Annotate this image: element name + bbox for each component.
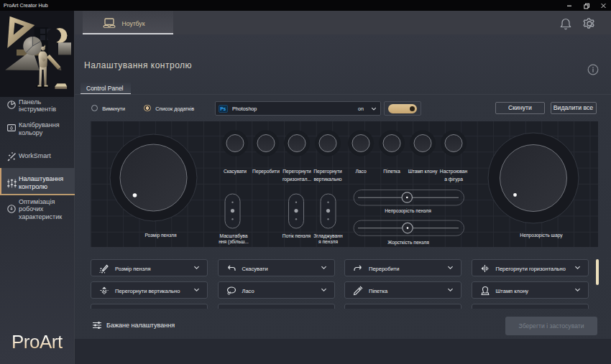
svg-text:а фігура: а фігура: [444, 177, 463, 182]
svg-text:Потік пензля: Потік пензля: [282, 233, 311, 238]
svg-text:Масштабува: Масштабува: [219, 233, 247, 239]
svg-text:Жорсткість пензля: Жорсткість пензля: [387, 240, 429, 246]
svg-text:Піпетка: Піпетка: [383, 169, 400, 174]
svg-text:Настроюван: Настроюван: [440, 169, 468, 174]
svg-text:Перегорнути: Перегорнути: [282, 169, 311, 174]
svg-text:горизонтал...: горизонтал...: [282, 177, 311, 182]
svg-text:Штамп клону: Штамп клону: [408, 169, 438, 174]
svg-text:Переробити: Переробити: [252, 169, 280, 174]
svg-text:Непрозорість шару: Непрозорість шару: [520, 233, 563, 238]
svg-text:Розмір пензля: Розмір пензля: [144, 233, 176, 238]
svg-text:Скасувати: Скасувати: [224, 169, 247, 174]
svg-text:вертикально: вертикально: [313, 177, 341, 182]
svg-text:я пензля: я пензля: [318, 239, 338, 244]
svg-text:Згладжуванн: Згладжуванн: [313, 233, 343, 239]
svg-text:Непрозорість пензля: Непрозорість пензля: [385, 208, 431, 214]
svg-text:ння (збільш...: ння (збільш...: [219, 239, 249, 245]
svg-text:Перегорнути: Перегорнути: [313, 169, 342, 174]
svg-text:Ласо: Ласо: [355, 169, 367, 174]
